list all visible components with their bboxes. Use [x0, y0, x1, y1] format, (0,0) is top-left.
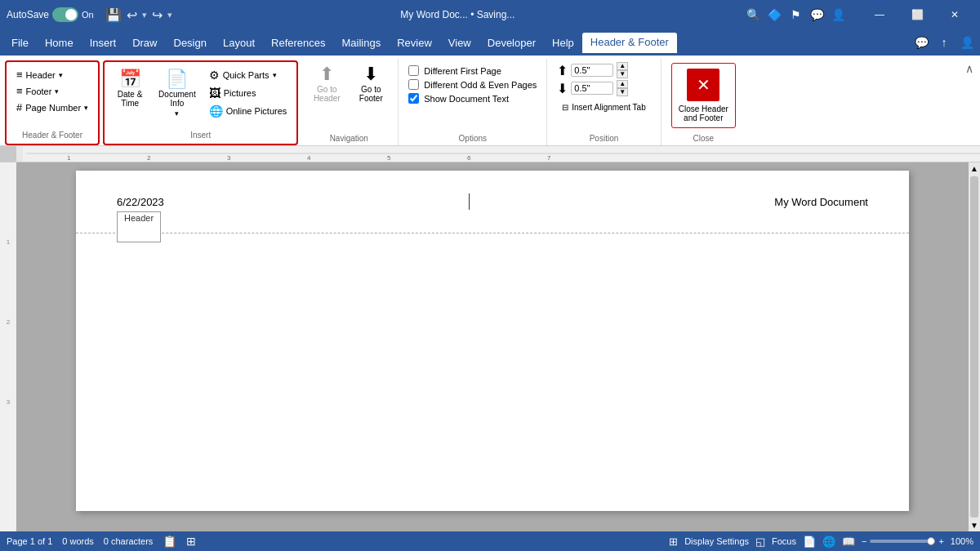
scroll-down-button[interactable]: ▼	[969, 519, 980, 531]
page-number-button[interactable]: # Page Number ▾	[11, 100, 93, 115]
different-first-page-option[interactable]: Different First Page	[408, 65, 537, 76]
maximize-button[interactable]: ⬜	[898, 0, 936, 29]
show-document-text-checkbox[interactable]	[408, 93, 419, 104]
menu-layout[interactable]: Layout	[215, 33, 263, 52]
date-time-icon: 📅	[119, 70, 141, 88]
ribbon-group-header-footer: ≡ Header ▾ ≡ Footer ▾ # Page Number ▾	[5, 60, 100, 145]
user-btn[interactable]: 👤	[957, 33, 977, 52]
ribbon-display-icon[interactable]: 🔷	[764, 5, 784, 24]
svg-text:6: 6	[467, 154, 471, 162]
focus-label[interactable]: Focus	[772, 536, 796, 546]
comments-btn[interactable]: 💬	[911, 33, 931, 52]
menu-view[interactable]: View	[440, 33, 479, 52]
date-time-button[interactable]: 📅 Date &Time	[109, 67, 150, 111]
focus-icon[interactable]: ◱	[755, 535, 765, 548]
svg-text:2: 2	[147, 154, 151, 162]
online-pictures-label: Online Pictures	[226, 106, 287, 116]
online-pictures-button[interactable]: 🌐 Online Pictures	[204, 103, 292, 119]
zoom-minus[interactable]: −	[862, 536, 866, 546]
footer-spin: ▲ ▼	[617, 80, 628, 96]
window-controls: — ⬜ ✕	[861, 0, 973, 29]
header-button[interactable]: ≡ Header ▾	[11, 67, 93, 82]
menu-home[interactable]: Home	[37, 33, 82, 52]
menu-mailings[interactable]: Mailings	[334, 33, 390, 52]
zoom-level: 100%	[951, 536, 973, 546]
menu-insert[interactable]: Insert	[82, 33, 125, 52]
char-count: 0 characters	[104, 536, 154, 546]
scroll-thumb[interactable]	[970, 176, 978, 518]
show-document-text-option[interactable]: Show Document Text	[408, 93, 537, 104]
svg-text:7: 7	[547, 154, 551, 162]
accessibility-icon[interactable]: 📋	[163, 535, 176, 548]
menu-design[interactable]: Design	[166, 33, 215, 52]
undo-icon[interactable]: ↩	[127, 7, 137, 23]
menu-help[interactable]: Help	[544, 33, 582, 52]
page: 6/22/2023 My Word Document Header	[76, 171, 909, 511]
undo-dropdown[interactable]: ▾	[142, 10, 147, 20]
menu-developer[interactable]: Developer	[479, 33, 544, 52]
collapse-ribbon-button[interactable]: ∧	[965, 59, 977, 75]
pictures-icon: 🖼	[209, 87, 220, 100]
navigation-group-label: Navigation	[330, 132, 368, 145]
minimize-button[interactable]: —	[861, 0, 898, 29]
menu-draw[interactable]: Draw	[124, 33, 165, 52]
menu-header-footer[interactable]: Header & Footer	[582, 33, 677, 53]
go-to-header-button[interactable]: ⬆ Go toHeader	[306, 62, 347, 106]
svg-text:1: 1	[7, 238, 11, 246]
header-footer-group-label: Header & Footer	[22, 129, 82, 142]
scroll-up-button[interactable]: ▲	[969, 162, 980, 175]
different-odd-even-option[interactable]: Different Odd & Even Pages	[408, 79, 537, 90]
track-changes-icon[interactable]: ⊞	[186, 535, 196, 548]
autosave-toggle[interactable]	[52, 7, 78, 22]
page-count: Page 1 of 1	[7, 536, 52, 546]
insert-alignment-tab-button[interactable]: ⊟ Insert Alignment Tab	[557, 101, 650, 113]
document-info-icon: 📄	[166, 70, 188, 88]
footer-spin-down[interactable]: ▼	[617, 88, 628, 96]
view-print-icon[interactable]: 📄	[803, 535, 816, 548]
menu-file[interactable]: File	[3, 33, 37, 52]
header-spin-down[interactable]: ▼	[617, 70, 628, 78]
quick-parts-button[interactable]: ⚙ Quick Parts ▾	[204, 67, 292, 83]
go-to-footer-button[interactable]: ⬇ Go toFooter	[350, 62, 391, 106]
header-label: Header	[26, 70, 56, 80]
footer-from-bottom-input[interactable]	[571, 82, 613, 95]
footer-spin-up[interactable]: ▲	[617, 80, 628, 88]
view-read-icon[interactable]: 📖	[842, 535, 855, 548]
share-btn[interactable]: ↑	[934, 33, 954, 52]
display-settings-icon[interactable]: ⊞	[669, 535, 678, 548]
pictures-button[interactable]: 🖼 Pictures	[204, 85, 292, 101]
close-header-footer-button[interactable]: ✕ Close Headerand Footer	[671, 63, 736, 128]
header-from-top-input[interactable]	[571, 64, 613, 77]
comments-icon[interactable]: 💬	[807, 5, 826, 24]
customize-icon[interactable]: ▾	[167, 10, 172, 20]
document-info-label: DocumentInfo	[158, 90, 196, 108]
page-body[interactable]	[76, 233, 909, 511]
header-divider	[469, 193, 470, 210]
different-first-page-checkbox[interactable]	[408, 65, 419, 76]
toggle-knob	[65, 9, 77, 20]
profile-icon[interactable]: 👤	[828, 5, 848, 24]
menu-review[interactable]: Review	[389, 33, 440, 52]
search-icon[interactable]: 🔍	[743, 5, 763, 24]
save-icon[interactable]: 💾	[105, 7, 122, 23]
page-header[interactable]: 6/22/2023 My Word Document Header	[76, 171, 909, 233]
display-settings-label[interactable]: Display Settings	[684, 536, 749, 546]
document-info-button[interactable]: 📄 DocumentInfo ▾	[154, 67, 201, 121]
insert-alignment-tab-label: Insert Alignment Tab	[572, 103, 645, 112]
vertical-scrollbar[interactable]: ▲ ▼	[969, 162, 980, 531]
zoom-slider[interactable]	[870, 540, 935, 543]
header-spin-up[interactable]: ▲	[617, 62, 628, 70]
title-bar: AutoSave On 💾 ↩ ▾ ↪ ▾ My Word Doc... • S…	[0, 0, 980, 29]
share-icon[interactable]: ⚑	[786, 5, 805, 24]
view-web-icon[interactable]: 🌐	[822, 535, 835, 548]
doc-area[interactable]: 6/22/2023 My Word Document Header	[16, 162, 969, 531]
menu-references[interactable]: References	[263, 33, 333, 52]
title-right-icons: 🔍 🔷 ⚑ 💬 👤	[743, 5, 848, 24]
different-odd-even-checkbox[interactable]	[408, 79, 419, 90]
footer-button[interactable]: ≡ Footer ▾	[11, 83, 93, 99]
zoom-plus[interactable]: +	[938, 536, 943, 546]
redo-icon[interactable]: ↪	[152, 7, 163, 23]
header-position-icon: ⬆	[557, 63, 568, 78]
svg-text:3: 3	[227, 154, 231, 162]
close-button[interactable]: ✕	[936, 0, 973, 29]
